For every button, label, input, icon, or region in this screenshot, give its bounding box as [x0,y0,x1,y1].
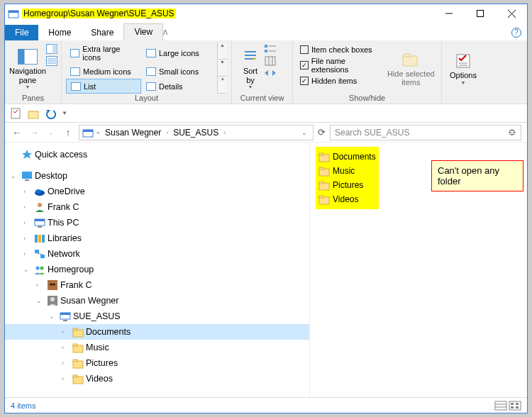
layout-small[interactable]: Small icons [142,65,217,79]
sort-by-button[interactable]: Sort by ▼ [236,43,265,94]
navigation-tree[interactable]: Quick access⌄Desktop›OneDrive›Frank C›Th… [5,143,310,397]
recent-dropdown-icon[interactable]: ⌄ [45,129,57,136]
svg-rect-49 [48,280,57,290]
tree-item[interactable]: ›This PC [5,215,309,230]
svg-point-53 [50,297,55,301]
group-by-icon[interactable] [265,44,276,54]
svg-rect-78 [516,403,519,405]
tab-view[interactable]: View [123,23,163,40]
hide-selected-button[interactable]: Hide selected items [385,43,437,94]
twisty-icon[interactable]: ⌄ [49,313,57,320]
tree-item[interactable]: ›Network [5,246,309,262]
tree-item[interactable]: ⌄SUE_ASUS [5,308,309,324]
tab-share[interactable]: Share [81,25,123,40]
check-item-check-boxes[interactable]: Item check boxes [297,44,385,55]
svg-rect-60 [73,344,77,346]
tree-item[interactable]: ›Documents [5,324,309,340]
properties-icon[interactable] [11,108,22,119]
layout-list[interactable]: List [66,79,141,94]
window-title: Homegroup\Susan Wegner\SUE_ASUS [22,9,176,18]
folder-item[interactable]: Videos [318,192,376,206]
folder-item[interactable]: Documents [318,150,376,164]
twisty-icon[interactable]: ⌄ [23,266,32,273]
refresh-button[interactable]: ⟳ [318,127,326,138]
tab-home[interactable]: Home [38,25,81,40]
tree-item-label: Susan Wegner [60,296,118,306]
folder-item[interactable]: Music [318,164,376,178]
twisty-icon[interactable]: › [23,188,32,195]
tree-item[interactable]: ›Libraries [5,230,309,246]
tab-file[interactable]: File [5,25,38,40]
up-button[interactable]: ↑ [62,127,74,138]
layout-extra-large[interactable]: Extra large icons [66,43,141,65]
twisty-icon[interactable]: ⌄ [11,172,19,179]
tree-item[interactable]: ⌄Susan Wegner [5,293,309,308]
svg-rect-66 [319,153,323,155]
tree-item[interactable]: ›Frank C [5,277,309,293]
twisty-icon[interactable]: › [62,328,70,335]
options-button[interactable]: Options ▼ [446,43,480,94]
tree-item[interactable]: Quick access [5,147,309,162]
twisty-icon[interactable]: ⌄ [36,297,45,304]
layout-large[interactable]: Large icons [142,43,217,65]
close-button[interactable] [496,4,527,23]
twisty-icon[interactable]: › [23,219,32,226]
ribbon-collapse-icon[interactable]: ᐱ [163,29,167,36]
help-icon[interactable]: ? [511,28,521,38]
twisty-icon[interactable]: › [23,235,32,242]
tree-item[interactable]: ›OneDrive [5,184,309,199]
twisty-icon[interactable]: › [62,375,70,382]
ribbon-group-show-hide: Item check boxes ✓File name extensions ✓… [293,40,442,104]
undo-icon[interactable] [45,108,56,119]
twisty-icon[interactable]: › [62,344,70,351]
breadcrumb-part-1[interactable]: SUE_ASUS [171,128,221,138]
minimize-button[interactable] [433,4,465,23]
tree-item[interactable]: ›Frank C [5,199,309,215]
twisty-icon[interactable]: › [36,282,45,289]
tree-item[interactable]: ›Pictures [5,355,309,371]
onedrive-icon [34,186,45,197]
svg-rect-24 [403,56,417,66]
twisty-icon[interactable]: › [23,204,32,211]
user-icon [34,201,45,213]
breadcrumb[interactable]: « Susan Wegner › SUE_ASUS › ⌄ [79,125,314,140]
layout-details[interactable]: Details [142,79,217,94]
svg-rect-77 [511,403,514,405]
preview-pane-icon[interactable] [46,44,57,54]
location-icon [82,128,94,138]
navigation-pane-button[interactable]: Navigation pane ▼ [9,43,46,94]
add-columns-icon[interactable] [265,56,276,66]
new-folder-icon[interactable] [28,108,39,119]
svg-point-47 [36,267,40,270]
breadcrumb-dropdown-icon[interactable]: ⌄ [301,129,307,136]
folder-label: Music [333,166,355,176]
tree-item[interactable]: ›Music [5,340,309,355]
twisty-icon[interactable]: › [23,250,32,257]
twisty-icon[interactable]: › [62,360,70,367]
breadcrumb-part-0[interactable]: Susan Wegner [103,128,163,138]
tree-item-label: Frank C [60,280,92,290]
tree-item[interactable]: ⌄Desktop [5,168,309,184]
search-placeholder: Search SUE_ASUS [335,128,409,138]
view-large-icon[interactable] [509,401,521,411]
layout-more-icon[interactable]: ▲▼▾ [217,43,227,94]
tree-item[interactable]: ›Videos [5,371,309,387]
address-bar: ← → ⌄ ↑ « Susan Wegner › SUE_ASUS › ⌄ ⟳ … [5,123,527,143]
details-pane-icon[interactable] [46,56,57,66]
window-icon [8,8,19,19]
check-file-name-extensions[interactable]: ✓File name extensions [297,55,385,75]
network-icon [34,248,45,260]
folder-item[interactable]: Pictures [318,178,376,192]
search-input[interactable]: Search SUE_ASUS ⯐ [330,125,521,140]
tree-item-label: Libraries [48,233,82,243]
view-details-icon[interactable] [494,401,507,411]
forward-button[interactable]: → [28,127,40,138]
size-columns-icon[interactable] [265,68,276,78]
back-button[interactable]: ← [11,127,23,138]
maximize-button[interactable] [465,4,496,23]
tree-item[interactable]: ⌄Homegroup [5,262,309,277]
layout-medium[interactable]: Medium icons [66,65,141,79]
svg-rect-25 [404,54,410,57]
qat-dropdown-icon[interactable]: ▼ [62,110,67,116]
check-hidden-items[interactable]: ✓Hidden items [297,75,385,87]
